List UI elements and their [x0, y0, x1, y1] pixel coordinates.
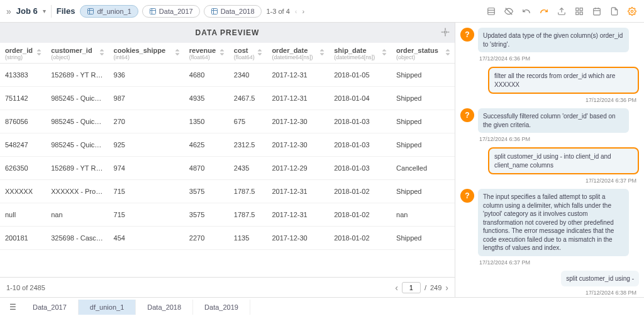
- table-row[interactable]: 548247985245 - Quick ...92546252312.5201…: [0, 133, 455, 157]
- topbar: » Job 6 ▾ Files df_union_1Data_2017Data_…: [0, 0, 644, 23]
- job-dropdown-icon[interactable]: ▾: [43, 8, 46, 14]
- column-header[interactable]: customer_id(object): [46, 43, 108, 64]
- settings-icon[interactable]: [626, 6, 638, 17]
- cell: Cancelled: [391, 157, 455, 180]
- pill-label: df_union_1: [97, 8, 131, 15]
- page-input[interactable]: [402, 282, 421, 293]
- cell: Shipped: [391, 110, 455, 133]
- page-total: 249: [430, 284, 441, 291]
- table-row[interactable]: 413383152689 - YT Rest...936468023402017…: [0, 64, 455, 87]
- svg-rect-9: [488, 8, 495, 14]
- cell: 715: [109, 203, 184, 227]
- cell: 3575: [184, 203, 229, 227]
- files-label: Files: [57, 6, 75, 16]
- preview-title: DATA PREVIEW: [196, 28, 260, 37]
- col-dtype: (datetime64[ns]): [272, 54, 324, 60]
- column-header[interactable]: cookies_shippe(int64): [109, 43, 184, 64]
- cell: 454: [109, 227, 184, 250]
- cell: 936: [109, 64, 184, 87]
- table-row[interactable]: 876056985245 - Quick ...27013506752017-1…: [0, 110, 455, 133]
- bottom-tab[interactable]: df_union_1: [79, 300, 136, 315]
- bottom-tab[interactable]: Data_2018: [136, 300, 193, 315]
- collapse-icon[interactable]: »: [6, 6, 11, 16]
- file-pill[interactable]: df_union_1: [80, 5, 138, 18]
- cell: 985245 - Quick ...: [46, 87, 108, 110]
- bottom-tab[interactable]: Data_2019: [193, 300, 250, 315]
- cell: 270: [109, 110, 184, 133]
- cell: 1787.5: [229, 203, 267, 227]
- page-prev-icon[interactable]: ‹: [395, 283, 398, 293]
- hamburger-icon[interactable]: ☰: [4, 303, 21, 312]
- cell: 2340: [229, 64, 267, 87]
- data-table: order_id(string)customer_id(object)cooki…: [0, 43, 455, 250]
- cell: 1350: [184, 110, 229, 133]
- cell: 3575: [184, 180, 229, 203]
- cell: Shipped: [391, 180, 455, 203]
- cell: Shipped: [391, 87, 455, 110]
- cell: 152689 - YT Rest...: [46, 157, 108, 180]
- table-row[interactable]: XXXXXXXXXXXX - Promo71535751787.52017-12…: [0, 180, 455, 203]
- table-row[interactable]: 200181325698 - Cascad...454227011352017-…: [0, 227, 455, 250]
- cell: 2017-12-30: [267, 133, 329, 157]
- svg-point-22: [631, 10, 633, 13]
- cell: 4870: [184, 157, 229, 180]
- column-header[interactable]: cost(float64): [229, 43, 267, 64]
- cell: 985245 - Quick ...: [46, 133, 108, 157]
- page-next-icon[interactable]: ›: [445, 283, 448, 293]
- cell: nan: [391, 203, 455, 227]
- cell: 2017-12-30: [267, 110, 329, 133]
- col-name: order_date: [272, 47, 308, 54]
- export-icon[interactable]: [556, 6, 567, 17]
- table-row[interactable]: nullnan71535751787.52017-12-312018-01-02…: [0, 203, 455, 227]
- undo-icon[interactable]: [521, 6, 532, 17]
- cell: 4680: [184, 64, 229, 87]
- cell: 2017-12-29: [267, 157, 329, 180]
- column-header[interactable]: ship_date(datetime64[ns]): [329, 43, 391, 64]
- calendar-icon[interactable]: [591, 6, 602, 17]
- cell: null: [0, 203, 46, 227]
- table-row[interactable]: 751142985245 - Quick ...98749352467.5201…: [0, 87, 455, 110]
- svg-rect-14: [576, 8, 579, 10]
- bottom-tab[interactable]: Data_2017: [21, 300, 79, 315]
- cell: 2017-12-31: [267, 87, 329, 110]
- svg-rect-16: [580, 12, 582, 14]
- chat-bubble: The input specifies a failed attempt to …: [478, 189, 629, 256]
- file-prev-icon[interactable]: ‹: [295, 8, 297, 15]
- svg-rect-6: [211, 8, 217, 14]
- cell: 1787.5: [229, 180, 267, 203]
- table-row[interactable]: 626350152689 - YT Rest...974487024352017…: [0, 157, 455, 180]
- cell: 1135: [229, 227, 267, 250]
- cell: 974: [109, 157, 184, 180]
- column-header[interactable]: order_status(object): [391, 43, 455, 64]
- column-header[interactable]: order_date(datetime64[ns]): [267, 43, 329, 64]
- pill-label: Data_2018: [221, 8, 255, 15]
- col-dtype: (datetime64[ns]): [334, 54, 386, 60]
- cell: 985245 - Quick ...: [46, 110, 108, 133]
- cell: 2018-01-02: [329, 227, 391, 250]
- column-header[interactable]: revenue(float64): [184, 43, 229, 64]
- cell: 2312.5: [229, 133, 267, 157]
- cell: 2018-01-02: [329, 180, 391, 203]
- grid-icon[interactable]: [486, 6, 497, 17]
- row-count: 1-10 of 2485: [6, 284, 45, 291]
- redo-icon[interactable]: [538, 6, 550, 17]
- col-name: cost: [234, 47, 248, 54]
- chat-timestamp: 17/12/2024 6:37 PM: [460, 259, 639, 266]
- file-next-icon[interactable]: ›: [302, 8, 304, 15]
- file-pill[interactable]: Data_2018: [204, 5, 262, 18]
- svg-rect-15: [580, 8, 582, 10]
- gear-icon[interactable]: [441, 28, 450, 38]
- doc-icon[interactable]: [609, 6, 620, 17]
- eye-off-icon[interactable]: [503, 6, 514, 17]
- column-header[interactable]: order_id(string): [0, 43, 46, 64]
- chat-message: filter all the records from order_id whi…: [460, 67, 639, 94]
- assistant-avatar: ?: [460, 189, 474, 203]
- cell: 2018-01-05: [329, 64, 391, 87]
- app-icon[interactable]: [574, 6, 585, 17]
- cell: 2017-12-31: [267, 203, 329, 227]
- col-name: order_id: [5, 47, 33, 54]
- file-pill[interactable]: Data_2017: [142, 5, 200, 18]
- cell: Shipped: [391, 64, 455, 87]
- cell: 2017-12-30: [267, 227, 329, 250]
- chat-bubble: Successfully filtered column 'order_id' …: [478, 108, 629, 133]
